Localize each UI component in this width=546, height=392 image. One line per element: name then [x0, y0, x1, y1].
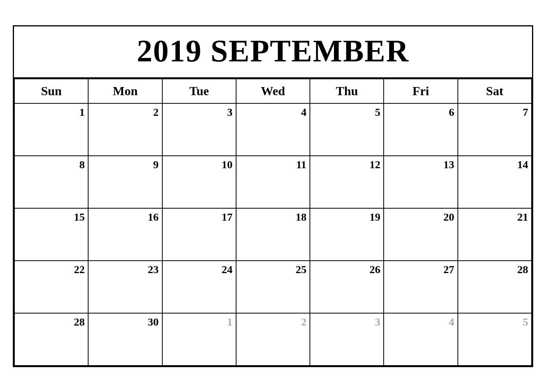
day-cell: 26 [310, 261, 384, 313]
calendar: 2019 SEPTEMBER SunMonTueWedThuFriSat 123… [13, 25, 533, 367]
day-cell: 1 [14, 103, 88, 156]
day-cell: 7 [458, 103, 532, 156]
day-cell: 27 [384, 261, 457, 313]
week-row-1: 1234567 [14, 103, 532, 156]
day-cell: 30 [88, 313, 162, 366]
day-cell: 16 [88, 208, 162, 261]
day-cell: 28 [458, 261, 532, 313]
day-cell: 13 [384, 156, 457, 208]
day-cell: 20 [384, 208, 457, 261]
day-cell: 19 [310, 208, 384, 261]
day-cell: 5 [458, 313, 532, 366]
day-cell: 23 [88, 261, 162, 313]
calendar-grid: SunMonTueWedThuFriSat 123456789101112131… [14, 78, 532, 366]
day-cell: 15 [14, 208, 88, 261]
calendar-title: 2019 SEPTEMBER [18, 33, 528, 69]
weekday-header-mon: Mon [88, 79, 162, 103]
day-cell: 12 [310, 156, 384, 208]
week-row-3: 15161718192021 [14, 208, 532, 261]
day-cell: 9 [88, 156, 162, 208]
day-cell: 2 [236, 313, 310, 366]
day-cell: 10 [162, 156, 236, 208]
day-cell: 5 [310, 103, 384, 156]
day-cell: 6 [384, 103, 457, 156]
day-cell: 11 [236, 156, 310, 208]
day-cell: 21 [458, 208, 532, 261]
weekday-header-sat: Sat [458, 79, 532, 103]
day-cell: 2 [88, 103, 162, 156]
day-cell: 22 [14, 261, 88, 313]
day-cell: 4 [384, 313, 457, 366]
week-row-4: 22232425262728 [14, 261, 532, 313]
day-cell: 18 [236, 208, 310, 261]
week-row-2: 891011121314 [14, 156, 532, 208]
day-cell: 3 [310, 313, 384, 366]
day-cell: 24 [162, 261, 236, 313]
weekday-header-wed: Wed [236, 79, 310, 103]
day-cell: 1 [162, 313, 236, 366]
day-cell: 25 [236, 261, 310, 313]
day-cell: 17 [162, 208, 236, 261]
weekday-header-row: SunMonTueWedThuFriSat [14, 79, 532, 103]
day-cell: 4 [236, 103, 310, 156]
calendar-header: 2019 SEPTEMBER [14, 26, 532, 78]
weekday-header-tue: Tue [162, 79, 236, 103]
weekday-header-thu: Thu [310, 79, 384, 103]
day-cell: 28 [14, 313, 88, 366]
week-row-5: 283012345 [14, 313, 532, 366]
weekday-header-fri: Fri [384, 79, 457, 103]
day-cell: 3 [162, 103, 236, 156]
day-cell: 8 [14, 156, 88, 208]
weekday-header-sun: Sun [14, 79, 88, 103]
day-cell: 14 [458, 156, 532, 208]
